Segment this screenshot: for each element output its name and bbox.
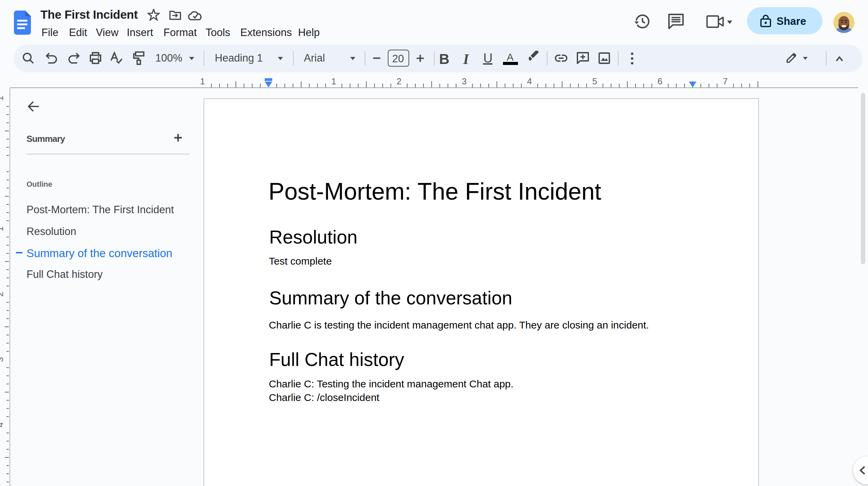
svg-text:1: 1 <box>0 227 5 231</box>
svg-text:4: 4 <box>527 76 532 86</box>
svg-text:1: 1 <box>200 76 205 86</box>
svg-text:5: 5 <box>592 76 597 86</box>
svg-text:1: 1 <box>331 76 336 86</box>
svg-text:2: 2 <box>397 76 401 86</box>
svg-text:3: 3 <box>462 76 467 86</box>
svg-text:2: 2 <box>0 292 5 297</box>
svg-text:6: 6 <box>658 76 662 86</box>
svg-text:4: 4 <box>0 422 5 427</box>
svg-text:7: 7 <box>723 76 728 86</box>
svg-text:1: 1 <box>0 96 5 101</box>
svg-text:3: 3 <box>0 357 5 362</box>
